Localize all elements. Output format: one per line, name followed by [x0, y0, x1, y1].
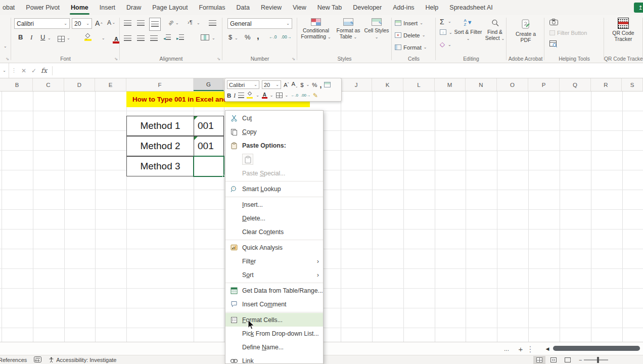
autosum-icon[interactable]: Σ — [440, 18, 444, 26]
menu-item-paste-special[interactable]: Paste Special... — [225, 166, 323, 180]
menu-tab-data[interactable]: Data — [231, 0, 255, 15]
dialog-launcher-icon[interactable]: ⇘ — [6, 57, 9, 61]
accessibility-status[interactable]: Accessibility: Investigate — [49, 357, 116, 363]
column-header-P[interactable]: P — [528, 78, 560, 91]
font-name-combo[interactable]: Calibri⌄ — [14, 18, 70, 29]
column-header-F[interactable]: F — [126, 78, 194, 91]
mini-font-name-combo[interactable]: Calibri⌄ — [227, 80, 259, 89]
delete-cells-button[interactable]: ✕ Delete⌄ — [395, 31, 433, 39]
add-sheet-button[interactable]: + — [516, 342, 526, 355]
comma-style-icon[interactable]: , — [257, 31, 259, 41]
increase-indent-icon[interactable]: ▸ — [176, 34, 184, 41]
chevron-down-icon[interactable]: ⌄ — [235, 36, 238, 40]
share-button[interactable]: ↥ — [634, 3, 643, 13]
menu-item-paste-options[interactable]: Paste Options: — [225, 139, 323, 152]
column-header-Q[interactable]: Q — [560, 78, 591, 91]
chevron-down-icon[interactable]: ⌄ — [449, 31, 452, 35]
chevron-down-icon[interactable]: ⌄ — [175, 21, 179, 25]
column-header-E[interactable]: E — [95, 78, 126, 91]
format-cells-button[interactable]: Format⌄ — [395, 43, 433, 52]
chevron-down-icon[interactable]: ⌄ — [256, 94, 259, 98]
menu-item-cut[interactable]: Cut — [225, 111, 323, 125]
currency-icon[interactable]: $ — [228, 33, 232, 41]
qr-code-tracker-button[interactable]: QR Code Tracker — [608, 17, 638, 55]
font-color-icon[interactable]: A — [262, 92, 267, 99]
align-left-icon[interactable] — [124, 35, 131, 41]
dialog-launcher-icon[interactable]: ⇘ — [292, 57, 295, 61]
menu-tab-new-tab[interactable]: New Tab — [312, 0, 347, 15]
menu-tab-review[interactable]: Review — [255, 0, 287, 15]
menu-tab-obat[interactable]: obat — [0, 0, 20, 15]
comma-style-icon[interactable]: , — [320, 81, 322, 89]
menu-item-link[interactable]: Link — [225, 354, 323, 364]
format-as-table-button[interactable]: ✎ Format as Table ⌄ — [334, 17, 363, 55]
dialog-launcher-icon[interactable]: ⇘ — [217, 57, 220, 61]
column-header-G[interactable]: G — [194, 78, 224, 91]
column-header-M[interactable]: M — [434, 78, 466, 91]
decrease-font-size-icon[interactable]: A⌄ — [107, 19, 115, 26]
menu-item-clear-contents[interactable]: Clear Contents — [225, 225, 323, 239]
cell-value-1[interactable]: 001 — [194, 116, 224, 136]
menu-item-insert[interactable]: Insert... — [225, 198, 323, 211]
menu-item-insert-comment[interactable]: Insert Comment — [225, 297, 323, 311]
column-header-O[interactable]: O — [497, 78, 528, 91]
format-painter-icon[interactable]: ✎ — [313, 92, 318, 99]
column-header-K[interactable]: K — [372, 78, 403, 91]
wrap-text-icon[interactable] — [209, 20, 216, 26]
cell-value-2[interactable]: 001 — [194, 136, 224, 156]
increase-decimal-icon[interactable]: ←.0 — [291, 93, 298, 98]
menu-tab-power-pivot[interactable]: Power Pivot — [20, 0, 65, 15]
column-header-D[interactable]: D — [64, 78, 95, 91]
zoom-slider[interactable] — [584, 359, 608, 360]
normal-view-button[interactable] — [533, 356, 545, 364]
menu-tab-draw[interactable]: Draw — [121, 0, 147, 15]
zoom-slider-handle[interactable] — [597, 357, 599, 363]
increase-font-size-icon[interactable]: A^ — [95, 19, 103, 27]
merge-center-icon[interactable] — [201, 34, 209, 40]
camera-icon[interactable] — [549, 18, 558, 27]
table-icon[interactable] — [324, 82, 331, 87]
percent-icon[interactable]: % — [245, 33, 251, 41]
chevron-down-icon[interactable]: ⌄ — [448, 20, 451, 24]
align-middle-icon[interactable] — [137, 20, 145, 26]
menu-item-quick-analysis[interactable]: Quick Analysis — [225, 241, 323, 254]
paste-option-button[interactable] — [225, 152, 323, 166]
table-search-icon[interactable] — [549, 40, 558, 50]
menu-tab-formulas[interactable]: Formulas — [193, 0, 231, 15]
find-select-button[interactable]: Find & Select ⌄ — [484, 16, 506, 55]
cell-method-3[interactable]: Method 3 — [126, 156, 194, 176]
menu-item-define-name[interactable]: Define Name... — [225, 340, 323, 354]
column-header-S[interactable]: S — [622, 78, 643, 91]
chevron-down-icon[interactable]: ⌄ — [67, 36, 70, 40]
percent-icon[interactable]: % — [312, 82, 317, 88]
fill-color-icon[interactable] — [247, 92, 253, 99]
cancel-icon[interactable]: ✕ — [19, 67, 29, 74]
borders-icon[interactable] — [276, 93, 283, 98]
tab-menu-grip-icon[interactable]: ⋮ — [527, 342, 534, 355]
menu-tab-view[interactable]: View — [287, 0, 312, 15]
column-header-J[interactable]: J — [341, 78, 372, 91]
decrease-decimal-icon[interactable]: .00→ — [281, 34, 291, 39]
menu-tab-page-layout[interactable]: Page Layout — [147, 0, 193, 15]
menu-tab-add-ins[interactable]: Add-ins — [387, 0, 420, 15]
font-size-combo[interactable]: 20⌄ — [72, 18, 92, 29]
currency-icon[interactable]: $ — [300, 82, 303, 88]
sort-filter-button[interactable]: AZ▼ Sort & Filter ⌄ — [453, 16, 483, 55]
chevron-down-icon[interactable]: ⌄ — [4, 44, 7, 49]
underline-button[interactable]: U — [40, 33, 45, 41]
chevron-down-icon[interactable]: ⌄ — [212, 36, 215, 40]
borders-icon[interactable] — [58, 36, 65, 42]
bold-button[interactable]: B — [227, 93, 231, 99]
chevron-down-icon[interactable]: ⌄ — [84, 36, 88, 40]
selected-cell[interactable] — [193, 156, 224, 177]
chevron-down-icon[interactable]: ⌄ — [285, 94, 289, 98]
text-direction-icon[interactable]: ›¶ — [188, 19, 193, 25]
menu-item-pick-from-drop-down-list[interactable]: Pick From Drop-down List... — [225, 327, 323, 340]
align-bottom-icon[interactable] — [149, 18, 161, 31]
menu-item-copy[interactable]: Copy — [225, 125, 323, 139]
column-header-R[interactable]: R — [590, 78, 622, 91]
column-header-L[interactable]: L — [403, 78, 435, 91]
column-header-C[interactable]: C — [33, 78, 64, 91]
chevron-down-icon[interactable]: ⌄ — [270, 94, 273, 98]
increase-font-size-icon[interactable]: A^ — [284, 82, 289, 88]
